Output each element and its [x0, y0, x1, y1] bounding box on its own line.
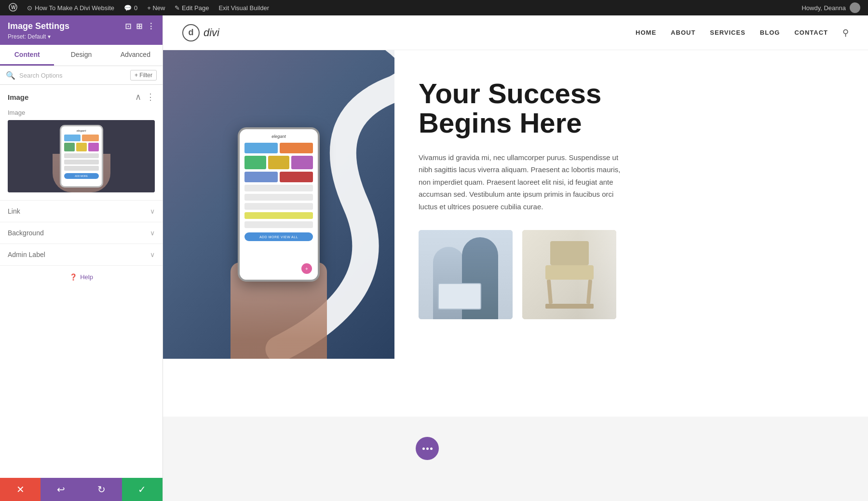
- search-nav-icon[interactable]: ⚲: [842, 27, 849, 38]
- site-name[interactable]: ⊙ How To Make A Divi Website: [22, 0, 119, 15]
- link-section: Link ∨: [0, 200, 163, 222]
- bottom-action-bar: ✕ ↩ ↻ ✓: [0, 478, 163, 501]
- undo-icon: ↩: [57, 484, 65, 495]
- panel-content: Image ∧ ⋮ Image elegant: [0, 85, 163, 478]
- phone-mockup: elegant: [238, 127, 320, 282]
- background-section: Background ∨: [0, 222, 163, 244]
- redo-icon: ↻: [97, 484, 106, 495]
- help-icon: ❓: [69, 273, 77, 281]
- hero-image: elegant: [163, 50, 394, 359]
- panel-tabs: Content Design Advanced: [0, 45, 163, 66]
- image-preview[interactable]: elegant: [8, 120, 155, 192]
- logo-circle: d: [182, 24, 200, 41]
- below-hero-section: [163, 359, 868, 417]
- panel-title-icons: ⊡ ⊞ ⋮: [125, 22, 155, 31]
- cancel-icon: ✕: [16, 484, 25, 495]
- tab-advanced[interactable]: Advanced: [108, 45, 163, 66]
- hero-heading: Your SuccessBegins Here: [419, 79, 844, 138]
- help-button[interactable]: ❓ Help: [69, 273, 93, 281]
- nav-link-services[interactable]: SERVICES: [710, 29, 746, 36]
- edit-page-button[interactable]: ✎ Edit Page: [170, 0, 214, 15]
- comment-count[interactable]: 💬 0: [119, 0, 142, 15]
- background-section-title: Background: [8, 229, 44, 237]
- tab-design[interactable]: Design: [54, 45, 108, 66]
- preview-area: d divi HOME ABOUT SERVICES BLOG CONTACT …: [163, 15, 868, 501]
- admin-bar-right: Howdy, Deanna: [801, 2, 864, 13]
- admin-label-chevron-icon: ∨: [150, 251, 155, 258]
- link-chevron-icon: ∨: [150, 207, 155, 215]
- background-chevron-icon: ∨: [150, 229, 155, 237]
- preview-phone-logo: elegant: [64, 129, 99, 132]
- image-section-header[interactable]: Image ∧ ⋮: [0, 85, 163, 107]
- admin-label-section: Admin Label ∨: [0, 244, 163, 265]
- page-content: elegant: [163, 50, 868, 501]
- svg-text:W: W: [11, 5, 16, 10]
- hero-section: elegant: [163, 50, 868, 359]
- main-layout: Image Settings ⊡ ⊞ ⋮ Preset: Default ▾ C…: [0, 15, 868, 501]
- hero-body: Vivamus id gravida mi, nec ullamcorper p…: [419, 151, 621, 213]
- site-nav-links: HOME ABOUT SERVICES BLOG CONTACT ⚲: [636, 27, 849, 38]
- admin-label-section-header[interactable]: Admin Label ∨: [0, 244, 163, 265]
- panel-title-text: Image Settings: [8, 21, 69, 31]
- panel-footer: ❓ Help: [0, 265, 163, 288]
- panel-title-row: Image Settings ⊡ ⊞ ⋮: [8, 21, 155, 31]
- panel-preset[interactable]: Preset: Default ▾: [8, 33, 155, 40]
- floating-dot-3: [430, 447, 433, 450]
- nav-link-contact[interactable]: CONTACT: [794, 29, 828, 36]
- admin-label-section-title: Admin Label: [8, 251, 45, 258]
- responsive-icon[interactable]: ⊡: [125, 22, 131, 31]
- nav-link-blog[interactable]: BLOG: [760, 29, 780, 36]
- redo-button[interactable]: ↻: [81, 478, 122, 501]
- section-menu-icon[interactable]: ⋮: [146, 92, 155, 102]
- site-logo: d divi: [182, 24, 219, 41]
- floating-dot-2: [426, 447, 429, 450]
- hero-sub-image-people: [419, 230, 513, 319]
- comment-icon: 💬: [124, 4, 132, 12]
- wp-admin-bar: W ⊙ How To Make A Divi Website 💬 0 + New…: [0, 0, 868, 15]
- left-panel: Image Settings ⊡ ⊞ ⋮ Preset: Default ▾ C…: [0, 15, 163, 501]
- link-section-title: Link: [8, 207, 20, 215]
- hero-images-row: [419, 230, 844, 319]
- divi-icon: ⊙: [27, 4, 32, 12]
- wp-logo[interactable]: W: [4, 0, 22, 15]
- panel-search: 🔍 + Filter: [0, 66, 163, 85]
- link-section-header[interactable]: Link ∨: [0, 201, 163, 222]
- avatar: [850, 2, 860, 13]
- columns-icon[interactable]: ⊞: [136, 22, 142, 31]
- panel-header: Image Settings ⊡ ⊞ ⋮ Preset: Default ▾: [0, 15, 163, 45]
- section-collapse-icon[interactable]: ∧: [135, 92, 141, 102]
- filter-button[interactable]: + Filter: [130, 70, 157, 81]
- section-controls: ∧ ⋮: [135, 92, 155, 102]
- nav-link-about[interactable]: ABOUT: [671, 29, 695, 36]
- floating-menu-button[interactable]: [416, 437, 439, 460]
- phone-brand: elegant: [244, 134, 313, 139]
- site-nav: d divi HOME ABOUT SERVICES BLOG CONTACT …: [163, 15, 868, 50]
- more-icon[interactable]: ⋮: [147, 22, 155, 31]
- image-section-title: Image: [8, 93, 28, 101]
- hero-sub-image-chair: [522, 230, 616, 319]
- undo-button[interactable]: ↩: [41, 478, 81, 501]
- cancel-button[interactable]: ✕: [0, 478, 41, 501]
- logo-text: divi: [203, 27, 219, 39]
- image-label: Image: [8, 109, 155, 116]
- save-icon: ✓: [138, 484, 146, 495]
- tab-content[interactable]: Content: [0, 45, 54, 66]
- nav-link-home[interactable]: HOME: [636, 29, 656, 36]
- image-section-body: Image elegant: [0, 107, 163, 200]
- floating-dot-1: [422, 447, 425, 450]
- search-icon: 🔍: [6, 71, 15, 80]
- hero-text-col: Your SuccessBegins Here Vivamus id gravi…: [394, 50, 868, 359]
- save-button[interactable]: ✓: [122, 478, 163, 501]
- exit-visual-builder-button[interactable]: Exit Visual Builder: [214, 0, 274, 15]
- wp-icon: W: [9, 3, 17, 13]
- search-input[interactable]: [19, 72, 126, 79]
- new-button[interactable]: + New: [142, 0, 170, 15]
- background-section-header[interactable]: Background ∨: [0, 222, 163, 244]
- hero-image-col: elegant: [163, 50, 394, 359]
